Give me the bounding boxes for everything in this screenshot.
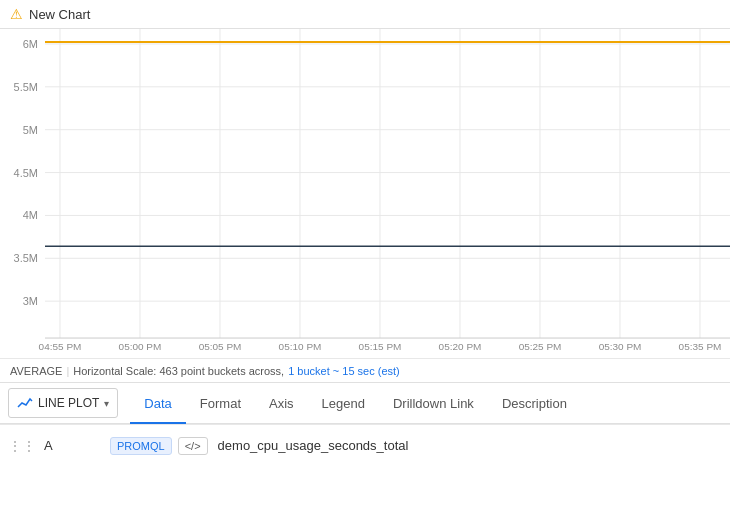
svg-text:5.5M: 5.5M bbox=[14, 81, 38, 93]
tab-drilldown-link[interactable]: Drilldown Link bbox=[379, 384, 488, 424]
svg-text:04:55 PM: 04:55 PM bbox=[39, 341, 82, 352]
drag-handle-icon[interactable]: ⋮⋮ bbox=[8, 438, 36, 454]
svg-text:3.5M: 3.5M bbox=[14, 252, 38, 264]
metric-input[interactable] bbox=[214, 436, 722, 455]
svg-text:4.5M: 4.5M bbox=[14, 167, 38, 179]
svg-text:5M: 5M bbox=[23, 124, 38, 136]
tab-format[interactable]: Format bbox=[186, 384, 255, 424]
svg-text:05:25 PM: 05:25 PM bbox=[519, 341, 562, 352]
svg-text:05:35 PM: 05:35 PM bbox=[679, 341, 722, 352]
series-letter: A bbox=[44, 438, 104, 453]
svg-text:6M: 6M bbox=[23, 38, 38, 50]
avg-label: AVERAGE bbox=[10, 365, 62, 377]
svg-text:05:10 PM: 05:10 PM bbox=[279, 341, 322, 352]
tabs-container: Data Format Axis Legend Drilldown Link D… bbox=[130, 383, 581, 423]
svg-text:05:30 PM: 05:30 PM bbox=[599, 341, 642, 352]
warning-icon: ⚠ bbox=[10, 6, 23, 22]
chart-title: New Chart bbox=[29, 7, 90, 22]
chart-svg: 6M 5.5M 5M 4.5M 4M 3.5M 3M 04:55 PM 05:0… bbox=[0, 29, 730, 358]
series-row: ⋮⋮ A PROMQL </> bbox=[0, 424, 730, 466]
line-plot-icon bbox=[17, 395, 33, 411]
svg-text:05:20 PM: 05:20 PM bbox=[439, 341, 482, 352]
svg-text:05:00 PM: 05:00 PM bbox=[119, 341, 162, 352]
scale-text: Horizontal Scale: 463 point buckets acro… bbox=[73, 365, 284, 377]
svg-text:3M: 3M bbox=[23, 295, 38, 307]
code-toggle-button[interactable]: </> bbox=[178, 437, 208, 455]
svg-text:05:15 PM: 05:15 PM bbox=[359, 341, 402, 352]
chevron-down-icon: ▾ bbox=[104, 398, 109, 409]
tab-description[interactable]: Description bbox=[488, 384, 581, 424]
bucket-link[interactable]: 1 bucket ~ 15 sec (est) bbox=[288, 365, 400, 377]
svg-text:05:05 PM: 05:05 PM bbox=[199, 341, 242, 352]
tab-axis[interactable]: Axis bbox=[255, 384, 308, 424]
title-bar: ⚠ New Chart bbox=[0, 0, 730, 28]
tab-bar: LINE PLOT ▾ Data Format Axis Legend Dril… bbox=[0, 382, 730, 424]
plot-type-label: LINE PLOT bbox=[38, 396, 99, 410]
chart-area: 6M 5.5M 5M 4.5M 4M 3.5M 3M 04:55 PM 05:0… bbox=[0, 28, 730, 358]
tab-data[interactable]: Data bbox=[130, 384, 185, 424]
svg-text:4M: 4M bbox=[23, 209, 38, 221]
status-bar: AVERAGE | Horizontal Scale: 463 point bu… bbox=[0, 358, 730, 382]
promql-badge-button[interactable]: PROMQL bbox=[110, 437, 172, 455]
tab-legend[interactable]: Legend bbox=[308, 384, 379, 424]
separator: | bbox=[66, 365, 69, 377]
plot-type-button[interactable]: LINE PLOT ▾ bbox=[8, 388, 118, 418]
